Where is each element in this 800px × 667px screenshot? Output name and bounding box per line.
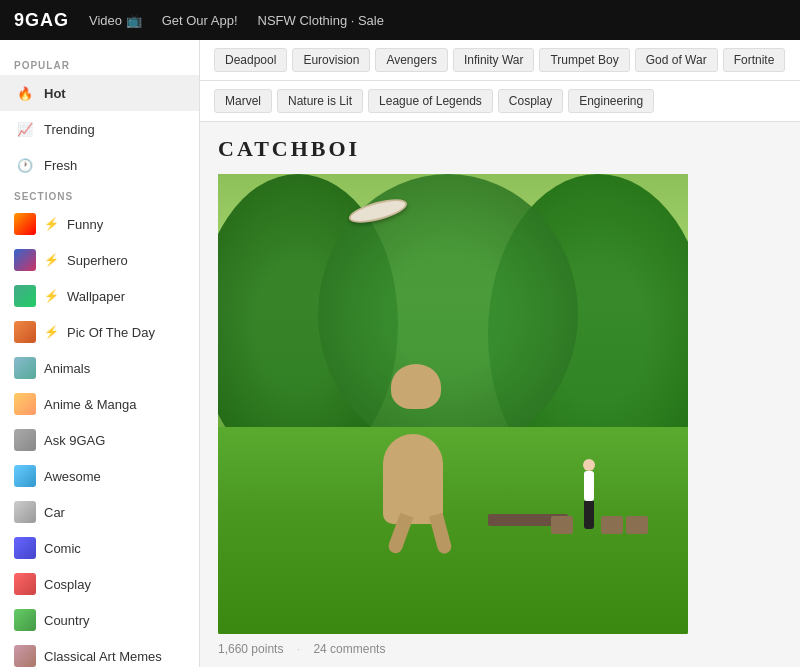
tag-eurovision[interactable]: Eurovision	[292, 48, 370, 72]
post-area: CATCHBOI	[200, 122, 800, 667]
chair-2	[601, 516, 623, 534]
fire-icon: 🔥	[14, 82, 36, 104]
avatar-comic	[14, 537, 36, 559]
app-link[interactable]: Get Our App!	[162, 13, 238, 28]
sidebar-item-comic[interactable]: Comic	[0, 530, 199, 566]
avatar-animals	[14, 357, 36, 379]
bolt-icon: ⚡	[44, 289, 59, 303]
post-image[interactable]	[218, 174, 688, 634]
page-layout: POPULAR 🔥 Hot 📈 Trending 🕐 Fresh SECTION…	[0, 40, 800, 667]
sidebar-label: Awesome	[44, 469, 101, 484]
person-head	[583, 459, 595, 471]
section-items: ⚡Funny⚡Superhero⚡Wallpaper⚡Pic Of The Da…	[0, 206, 199, 667]
avatar-superhero	[14, 249, 36, 271]
sidebar-label: Superhero	[67, 253, 128, 268]
tag-infinity-war[interactable]: Infinity War	[453, 48, 535, 72]
sidebar-label: Car	[44, 505, 65, 520]
sidebar-label: Funny	[67, 217, 103, 232]
post-scene	[218, 174, 688, 634]
video-link[interactable]: Video 📺	[89, 13, 142, 28]
sidebar-label: Classical Art Memes	[44, 649, 162, 664]
sidebar-item-trending[interactable]: 📈 Trending	[0, 111, 199, 147]
popular-section-label: POPULAR	[0, 52, 199, 75]
sidebar-item-anime-&-manga[interactable]: Anime & Manga	[0, 386, 199, 422]
sidebar: POPULAR 🔥 Hot 📈 Trending 🕐 Fresh SECTION…	[0, 40, 200, 667]
tag-marvel[interactable]: Marvel	[214, 89, 272, 113]
sidebar-item-car[interactable]: Car	[0, 494, 199, 530]
avatar-country	[14, 609, 36, 631]
avatar-wallpaper	[14, 285, 36, 307]
post-meta: 1,660 points · 24 comments	[218, 642, 782, 656]
sidebar-item-ask-9gag[interactable]: Ask 9GAG	[0, 422, 199, 458]
dog-body	[373, 384, 463, 524]
sections-label: SECTIONS	[0, 183, 199, 206]
avatar-ask-9gag	[14, 429, 36, 451]
sidebar-label: Ask 9GAG	[44, 433, 105, 448]
sidebar-item-country[interactable]: Country	[0, 602, 199, 638]
clock-icon: 🕐	[14, 154, 36, 176]
trending-icon: 📈	[14, 118, 36, 140]
avatar-awesome	[14, 465, 36, 487]
bolt-icon: ⚡	[44, 217, 59, 231]
tag-god-of-war[interactable]: God of War	[635, 48, 718, 72]
tag-row-2: MarvelNature is LitLeague of LegendsCosp…	[200, 81, 800, 122]
avatar-classical-art-memes	[14, 645, 36, 667]
post-title: CATCHBOI	[218, 136, 782, 162]
tag-deadpool[interactable]: Deadpool	[214, 48, 287, 72]
post-points: 1,660 points	[218, 642, 283, 656]
post-comments: 24 comments	[313, 642, 385, 656]
tag-league-of-legends[interactable]: League of Legends	[368, 89, 493, 113]
sidebar-label: Comic	[44, 541, 81, 556]
sidebar-label: Animals	[44, 361, 90, 376]
nsfw-link[interactable]: NSFW Clothing · Sale	[258, 13, 384, 28]
person	[580, 459, 598, 529]
chair-3	[551, 516, 573, 534]
person-legs	[584, 501, 594, 529]
avatar-pic-of-the-day	[14, 321, 36, 343]
site-logo[interactable]: 9GAG	[14, 10, 69, 31]
meta-separator: ·	[297, 642, 300, 656]
avatar-anime-&-manga	[14, 393, 36, 415]
chair-1	[626, 516, 648, 534]
sidebar-item-funny[interactable]: ⚡Funny	[0, 206, 199, 242]
sidebar-label: Country	[44, 613, 90, 628]
sidebar-item-classical-art-memes[interactable]: Classical Art Memes	[0, 638, 199, 667]
tag-cosplay[interactable]: Cosplay	[498, 89, 563, 113]
sidebar-item-fresh[interactable]: 🕐 Fresh	[0, 147, 199, 183]
person-body	[584, 471, 594, 501]
bolt-icon: ⚡	[44, 253, 59, 267]
sidebar-item-superhero[interactable]: ⚡Superhero	[0, 242, 199, 278]
bolt-icon: ⚡	[44, 325, 59, 339]
sidebar-item-wallpaper[interactable]: ⚡Wallpaper	[0, 278, 199, 314]
sidebar-label: Anime & Manga	[44, 397, 137, 412]
sidebar-label: Cosplay	[44, 577, 91, 592]
top-navigation: 9GAG Video 📺 Get Our App! NSFW Clothing …	[0, 0, 800, 40]
sidebar-label: Pic Of The Day	[67, 325, 155, 340]
tag-avengers[interactable]: Avengers	[375, 48, 447, 72]
dog-head	[391, 364, 441, 409]
tag-fortnite[interactable]: Fortnite	[723, 48, 786, 72]
tag-engineering[interactable]: Engineering	[568, 89, 654, 113]
sidebar-item-cosplay[interactable]: Cosplay	[0, 566, 199, 602]
sidebar-item-pic-of-the-day[interactable]: ⚡Pic Of The Day	[0, 314, 199, 350]
sidebar-item-awesome[interactable]: Awesome	[0, 458, 199, 494]
tag-nature-is-lit[interactable]: Nature is Lit	[277, 89, 363, 113]
tag-row-1: DeadpoolEurovisionAvengersInfinity WarTr…	[200, 40, 800, 81]
avatar-car	[14, 501, 36, 523]
sidebar-label: Wallpaper	[67, 289, 125, 304]
tag-trumpet-boy[interactable]: Trumpet Boy	[539, 48, 629, 72]
main-content: DeadpoolEurovisionAvengersInfinity WarTr…	[200, 40, 800, 667]
sidebar-item-hot[interactable]: 🔥 Hot	[0, 75, 199, 111]
dog-torso	[383, 434, 443, 524]
avatar-funny	[14, 213, 36, 235]
sidebar-item-animals[interactable]: Animals	[0, 350, 199, 386]
avatar-cosplay	[14, 573, 36, 595]
